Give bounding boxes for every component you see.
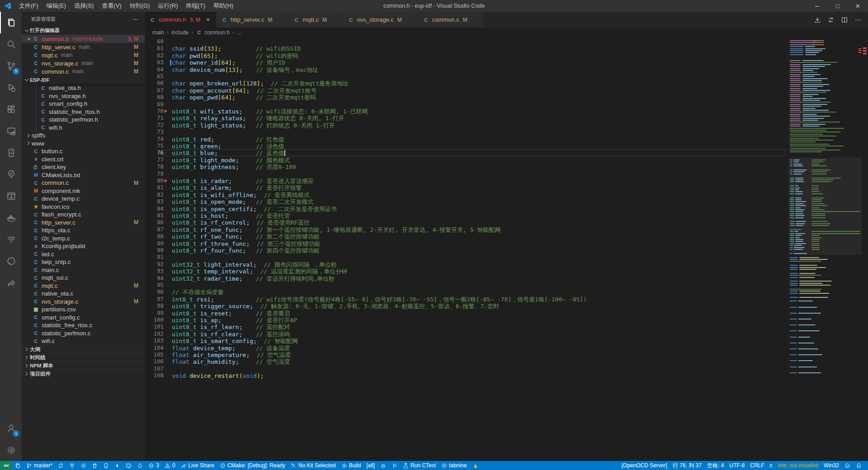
tree-item[interactable]: ≡client.crt <box>22 155 145 164</box>
activitybar-extensions[interactable] <box>0 99 22 120</box>
tree-item[interactable]: Cnative_ota.h <box>22 84 145 92</box>
status-kite-status[interactable]: kite: not installed <box>775 461 821 470</box>
open-editors-header[interactable]: 打开的编辑器 <box>22 26 145 35</box>
status-platform[interactable]: Win32 <box>821 461 842 470</box>
minimize-button[interactable]: ─ <box>807 0 827 12</box>
status-device-config[interactable] <box>78 461 89 470</box>
status-cmake-build[interactable]: Build <box>339 461 364 470</box>
activitybar-settings[interactable] <box>0 439 22 461</box>
open-editor-item[interactable]: Cmqtt.cmainM <box>22 51 145 59</box>
status-encoding[interactable]: UTF-8 <box>726 461 747 470</box>
minimap[interactable] <box>788 38 862 461</box>
action-run-below[interactable] <box>814 16 821 24</box>
status-monitor-device[interactable] <box>123 461 134 470</box>
activitybar-github[interactable] <box>0 250 22 272</box>
tree-item[interactable]: Chttps_ota.c <box>22 226 145 235</box>
action-more-actions[interactable] <box>854 16 862 24</box>
tree-item[interactable]: Cwifi.h <box>22 124 145 132</box>
breadcrumb-item[interactable]: main <box>152 29 164 36</box>
tree-item[interactable]: Cmqtt.cM <box>22 282 145 290</box>
menu-7[interactable]: 帮助(H) <box>209 0 237 12</box>
status-run-ctest[interactable]: Run CTest <box>400 461 439 470</box>
status-tabnine-paw[interactable] <box>470 461 481 470</box>
tree-item[interactable]: Mcomponent.mk <box>22 187 145 195</box>
activitybar-output-panel[interactable] <box>0 185 22 207</box>
activitybar-espressif[interactable] <box>0 229 22 250</box>
status-notifications[interactable] <box>853 461 864 470</box>
open-editor-item[interactable]: Ccommon.cmainM <box>22 67 145 75</box>
section-0[interactable]: 大纲 <box>22 345 145 353</box>
open-editor-item[interactable]: Chttp_server.cmainM <box>22 43 145 51</box>
activitybar-esp-idf-explorer[interactable] <box>0 142 22 164</box>
tree-item[interactable]: Clwip_sntp.c <box>22 258 145 266</box>
activitybar-docker[interactable] <box>0 207 22 229</box>
tree-item[interactable]: Cled.c <box>22 250 145 258</box>
project-section-header[interactable]: ESP-IDF <box>22 75 145 84</box>
close-icon[interactable]: × <box>25 36 33 42</box>
tree-item[interactable]: Cnative_ota.c <box>22 290 145 298</box>
status-eol[interactable]: CRLF <box>747 461 767 470</box>
tab-close-icon[interactable]: × <box>204 16 212 23</box>
menu-5[interactable]: 运行(R) <box>154 0 182 12</box>
tree-item[interactable]: MCMakeLists.txt <box>22 171 145 179</box>
tree-item[interactable]: ▦partitions.csv <box>22 306 145 314</box>
activitybar-accounts[interactable]: 1 <box>0 418 22 439</box>
activitybar-remote-explorer[interactable] <box>0 120 22 142</box>
tree-item[interactable]: spiffs <box>22 132 145 140</box>
status-flash-device[interactable] <box>112 461 123 470</box>
action-split-editor[interactable] <box>841 16 848 24</box>
tree-item[interactable]: ≡Kconfig.projbuild <box>22 242 145 250</box>
tree-item[interactable]: Csmart_config.h <box>22 100 145 108</box>
menu-0[interactable]: 文件(F) <box>15 0 42 12</box>
status-launch-target[interactable] <box>389 461 400 470</box>
activitybar-test-explorer[interactable] <box>0 164 22 185</box>
status-sync-changes[interactable] <box>55 461 66 470</box>
menu-6[interactable]: 终端(T) <box>182 0 209 12</box>
tab-common.h[interactable]: Ccommon.h3, M× <box>145 12 216 28</box>
status-errors[interactable]: 3 <box>146 461 162 470</box>
tree-item[interactable]: Csmart_config.c <box>22 314 145 322</box>
activitybar-live-share[interactable] <box>0 272 22 294</box>
status-cmake-status[interactable]: CMake: [Debug]: Ready <box>217 461 288 470</box>
breadcrumb-item[interactable]: include <box>171 29 189 36</box>
status-language-mode[interactable]: c <box>767 461 775 470</box>
open-editor-item[interactable]: ×Ccommon.hmain\include3, M <box>22 35 145 43</box>
breadcrumb-item[interactable]: … <box>237 29 242 36</box>
status-live-share[interactable]: Live Share <box>178 461 217 470</box>
status-build-flash-monitor[interactable] <box>134 461 146 470</box>
activitybar-source-control[interactable]: 5 <box>0 55 22 77</box>
tree-item[interactable]: Cmain.c <box>22 266 145 274</box>
close-button[interactable]: ✕ <box>848 0 868 12</box>
status-cmake-kit[interactable]: No Kit Selected <box>288 461 339 470</box>
tree-item[interactable]: Cmqtt_ssl.c <box>22 274 145 282</box>
tree-item[interactable]: Cbutton.c <box>22 147 145 155</box>
status-device-monitor[interactable] <box>100 461 112 470</box>
menu-3[interactable]: 查看(V) <box>98 0 125 12</box>
status-tabnine[interactable]: tabnine <box>439 461 469 470</box>
tree-item[interactable]: Cstatistic_free_rtos.h <box>22 108 145 116</box>
code-editor[interactable]: 6061char ssid[33]; // wifi的SSID62char pw… <box>145 38 868 461</box>
maximize-button[interactable]: □ <box>827 0 848 12</box>
breadcrumb-item[interactable]: Ccommon.h <box>196 29 230 36</box>
status-cursor-position[interactable]: 行 76, 列 37 <box>670 461 704 470</box>
tree-item[interactable]: Ci2c_temp.c <box>22 235 145 243</box>
menu-2[interactable]: 选择(S) <box>70 0 98 12</box>
status-debug-target[interactable] <box>377 461 389 470</box>
status-serial-port[interactable] <box>66 461 78 470</box>
tree-item[interactable]: Cstatistic_perfmon.h <box>22 116 145 124</box>
menu-1[interactable]: 编辑(E) <box>42 0 70 12</box>
tree-item[interactable]: Ccommon.cM <box>22 179 145 187</box>
tab-http_server.c[interactable]: Chttp_server.cM <box>217 12 288 28</box>
status-git-branch[interactable]: master* <box>24 461 55 470</box>
status-explorer-shortcut[interactable] <box>12 461 24 470</box>
tree-item[interactable]: Cdevice_temp.c <box>22 195 145 203</box>
tab-mqtt.c[interactable]: Cmqtt.cM <box>288 12 342 28</box>
overview-ruler[interactable] <box>862 38 868 461</box>
tree-item[interactable]: ★favicon.ico <box>22 203 145 211</box>
section-3[interactable]: 项目组件 <box>22 370 145 378</box>
section-2[interactable]: NPM 脚本 <box>22 362 145 370</box>
section-1[interactable]: 时间线 <box>22 353 145 362</box>
status-indentation[interactable]: 空格: 4 <box>704 461 726 470</box>
activitybar-explorer[interactable] <box>0 12 22 33</box>
more-actions-icon[interactable]: ⋯ <box>132 15 139 23</box>
